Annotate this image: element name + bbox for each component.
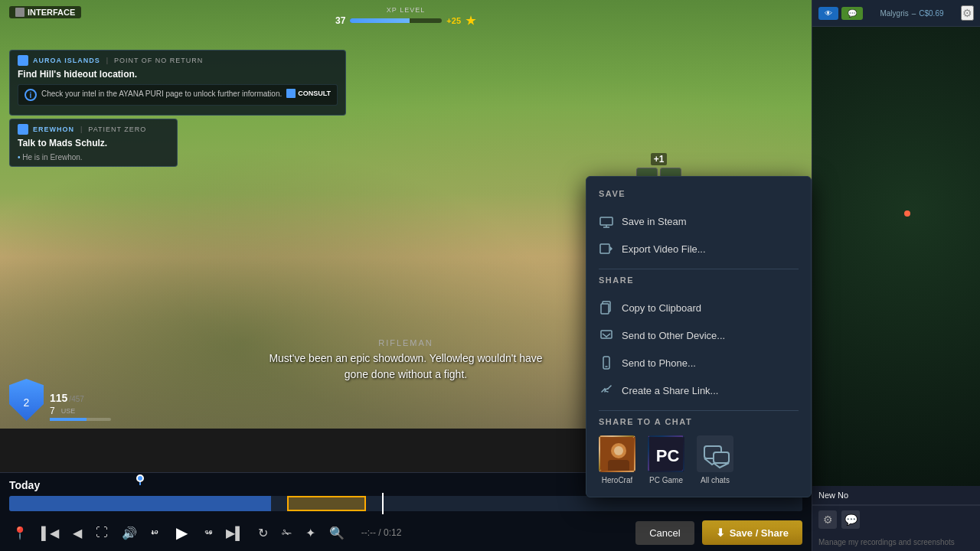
quest-panel-1: AUROA ISLANDS | POINT OF NO RETURN Find … (9, 50, 346, 116)
timeline-selection[interactable] (287, 496, 367, 511)
svg-rect-18 (714, 452, 729, 463)
send-other-device-item[interactable]: Send to Other Device... (599, 321, 799, 349)
prev-button[interactable]: ◀ (70, 523, 85, 543)
trim-button[interactable]: ✁ (279, 523, 295, 543)
filter-button[interactable]: ✦ (302, 523, 318, 543)
interface-icon (15, 8, 24, 17)
chat-name-allchats: All chats (701, 476, 730, 484)
steam-blue-button[interactable]: 👁 (818, 7, 838, 20)
save-share-button[interactable]: ⬇ Save / Share (702, 520, 802, 545)
steam-map-area (812, 27, 980, 486)
send-other-device-label: Send to Other Device... (622, 330, 725, 341)
timeline-cursor[interactable] (382, 493, 384, 514)
quest-icon-1 (18, 55, 28, 66)
pin-line (139, 482, 141, 485)
xp-progress-bar (350, 18, 442, 23)
create-share-link-item[interactable]: Create a Share Link... (599, 377, 799, 404)
skip-next-button[interactable]: ▶▌ (223, 523, 247, 543)
pin-circle (136, 474, 144, 482)
health-value: 115 (50, 392, 67, 404)
quest-info-text: Check your intel in the AYANA PURI page … (41, 89, 282, 99)
chat-item-herocraft[interactable]: HeroCraf (599, 435, 635, 484)
save-in-steam-label: Save in Steam (622, 216, 687, 227)
share-panel: SAVE Save in Steam Export Video File... … (586, 176, 812, 497)
xp-bar-fill (350, 18, 410, 23)
volume-button[interactable]: 🔊 (119, 523, 140, 543)
quest-location-2: EREWHON (33, 126, 74, 133)
copy-clipboard-item[interactable]: Copy to Clipboard (599, 294, 799, 321)
steam-gear-button[interactable]: ⚙ (961, 5, 974, 21)
forward-10-button[interactable]: ↪10 (201, 524, 215, 541)
create-share-link-label: Create a Share Link... (622, 385, 718, 396)
loop-button[interactable]: ↻ (255, 523, 271, 543)
divider-1 (599, 269, 799, 269)
send-phone-item[interactable]: Send to Phone... (599, 349, 799, 377)
save-section-title: SAVE (599, 189, 799, 198)
svg-marker-4 (610, 246, 612, 251)
skip-back-button[interactable]: ▌◀ (38, 523, 62, 543)
new-notification-text: New No (818, 491, 848, 500)
copy-clipboard-icon (599, 300, 614, 315)
health-bar (50, 418, 111, 421)
steam-username: Malygris (880, 9, 908, 18)
quest-title-1: Find Hill's hideout location. (18, 69, 338, 80)
player-hud: 2 115 /457 7 USE (9, 379, 111, 421)
chat-avatar-allchats (697, 435, 733, 472)
subtitle-line1: Must've been an epic showdown. Yellowleg… (269, 352, 542, 364)
quest-mission-1: POINT OF NO RETURN (114, 57, 203, 64)
xp-star-icon (466, 15, 476, 26)
location-button[interactable]: 📍 (9, 523, 31, 543)
divider-2 (599, 410, 799, 411)
chat-name-pcgame: PC Game (649, 476, 683, 484)
interface-badge: INTERFACE (9, 6, 81, 18)
all-chats-icon (698, 437, 733, 472)
xp-level: 37 (335, 15, 345, 26)
cancel-button[interactable]: Cancel (635, 521, 694, 545)
save-icon: ⬇ (716, 527, 725, 539)
fullscreen-button[interactable]: ⛶ (93, 523, 111, 543)
svg-rect-3 (600, 244, 609, 253)
quest-icon-2 (18, 124, 28, 135)
map-background (812, 27, 980, 486)
create-share-link-icon (599, 383, 614, 398)
play-button[interactable]: ▶ (169, 520, 194, 545)
quest-info-box: i Check your intel in the AYANA PURI pag… (18, 84, 338, 106)
svg-text:PC: PC (656, 446, 680, 465)
steam-user-info: Malygris – C$0.69 (880, 9, 943, 18)
consult-icon (286, 89, 296, 98)
zoom-button[interactable]: 🔍 (326, 523, 348, 543)
playback-controls: 📍 ▌◀ ◀ ⛶ 🔊 ↩10 ▶ ↪10 ▶▌ ↻ ✁ ✦ 🔍 --:-- / … (0, 514, 812, 551)
chat-item-allchats[interactable]: All chats (697, 435, 733, 484)
copy-clipboard-label: Copy to Clipboard (622, 302, 701, 314)
xp-plus: +25 (446, 16, 461, 25)
chat-avatar-pcgame: PC (648, 435, 684, 472)
quest-panel-2: EREWHON | PATIENT ZERO Talk to Mads Schu… (9, 119, 178, 167)
xp-bar-container: XP LEVEL 37 +25 (335, 6, 476, 26)
quest-sep-1: | (106, 57, 108, 64)
health-bar-fill (50, 418, 87, 421)
chat-avatars-row: HeroCraf PC PC Game (599, 435, 799, 484)
chat-item-pcgame[interactable]: PC PC Game (648, 435, 684, 484)
export-video-icon (599, 241, 614, 256)
manage-recordings-text: Manage my recordings and screenshots (818, 538, 955, 546)
steam-green-button[interactable]: 💬 (841, 7, 863, 20)
use-label: USE (61, 407, 76, 415)
xp-label: XP LEVEL (387, 6, 425, 14)
steam-settings-button[interactable]: ⚙ (818, 510, 837, 529)
steam-manage-link: Manage my recordings and screenshots (812, 533, 980, 551)
consult-button[interactable]: CONSULT (286, 89, 331, 98)
steam-buttons: 👁 💬 (818, 7, 863, 20)
chat-avatar-herocraft (599, 435, 635, 472)
quest-title-2: Talk to Mads Schulz. (18, 138, 169, 148)
export-video-label: Export Video File... (622, 243, 706, 255)
quest-sep-2: | (80, 126, 82, 133)
steam-chat-button[interactable]: 💬 (841, 510, 860, 529)
save-in-steam-item[interactable]: Save in Steam (599, 207, 799, 235)
rewind-10-button[interactable]: ↩10 (148, 524, 162, 541)
timeline-track[interactable] (9, 496, 802, 511)
steam-overlay-panel: 👁 💬 Malygris – C$0.69 ⚙ New No ⚙ 💬 Manag… (812, 0, 980, 551)
health-max: /457 (69, 395, 83, 403)
export-video-item[interactable]: Export Video File... (599, 235, 799, 262)
steam-price: C$0.69 (919, 9, 943, 18)
steam-controls: ⚙ 💬 (812, 505, 980, 533)
